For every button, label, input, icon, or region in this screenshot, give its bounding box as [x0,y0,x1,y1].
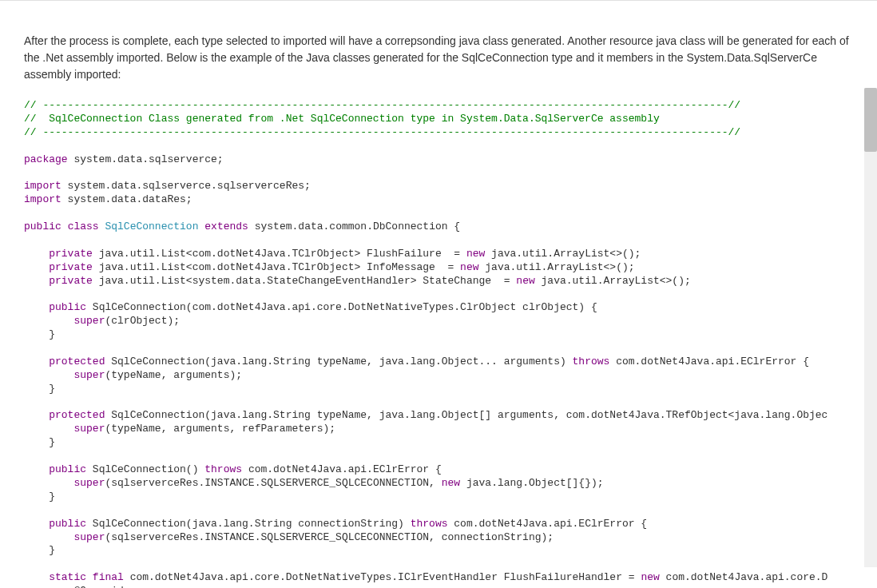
code-text: java.util.ArrayList<>(); [479,261,635,273]
kw-new: new [516,275,534,287]
code-text: system.data.dataRes; [62,193,192,205]
class-name: SqlCeConnection [105,220,198,232]
code-block: // -------------------------------------… [8,99,869,588]
comment-line: // -------------------------------------… [24,126,740,138]
code-text: java.util.ArrayList<>(); [485,248,641,260]
kw-extends: extends [204,220,248,232]
code-text: (typeName, arguments); [105,369,242,381]
kw-public: public [49,301,86,313]
code-text: SqlCeConnection() [86,463,204,475]
vertical-scrollbar[interactable] [864,88,877,567]
kw-new: new [460,261,478,273]
kw-protected: protected [49,409,105,421]
code-text: com.dotNet4Java.api.EClrError { [609,356,809,368]
kw-import: import [24,193,62,205]
kw-throws: throws [573,356,610,368]
kw-import: import [24,180,62,192]
comment-line: // SqlCeConnection Class generated from … [24,113,660,125]
kw-static: static [49,571,86,583]
kw-super: super [73,315,105,327]
code-text: java.util.ArrayList<>(); [535,275,691,287]
code-text: (typeName, arguments, refParameters); [105,423,335,435]
code-text: system.data.sqlserverce.sqlserverceRes; [62,180,311,192]
code-text: (clrObject); [105,315,180,327]
code-text: system.data.sqlserverce; [68,153,224,165]
code-text: com.dotNet4Java.api.core.DotNetNativeTyp… [124,571,641,583]
code-text: } [49,491,55,503]
code-text: } [49,383,55,395]
kw-super: super [73,477,105,489]
kw-new: new [442,477,460,489]
intro-paragraph: After the process is complete, each type… [0,9,877,99]
comment-line: // -------------------------------------… [24,99,740,111]
code-text: (sqlserverceRes.INSTANCE.SQLSERVERCE_SQL… [105,531,554,543]
code-text: java.util.List<com.dotNet4Java.TClrObjec… [93,248,466,260]
code-text: com.dotNet4Java.api.EClrError { [242,463,442,475]
kw-public: public [49,518,86,530]
code-text: @Override [24,585,130,588]
code-text: java.lang.Object[]{}); [460,477,603,489]
kw-public: public [49,463,86,475]
code-text: java.util.List<system.data.StateChangeEv… [93,275,517,287]
kw-throws: throws [204,463,242,475]
kw-class: class [68,220,99,232]
kw-private: private [49,275,93,287]
kw-new: new [641,571,659,583]
code-text: SqlCeConnection(com.dotNet4Java.api.core… [86,301,597,313]
kw-protected: protected [49,356,105,368]
kw-private: private [49,248,93,260]
kw-new: new [466,248,485,260]
code-text: } [49,328,55,340]
kw-private: private [49,261,93,273]
code-text: SqlCeConnection(java.lang.String connect… [86,518,411,530]
code-text: } [49,544,55,556]
code-text: com.dotNet4Java.api.core.D [660,571,828,583]
kw-final: final [93,571,124,583]
code-text: SqlCeConnection(java.lang.String typeNam… [105,356,572,368]
kw-super: super [73,423,105,435]
kw-throws: throws [411,518,448,530]
code-text: com.dotNet4Java.api.EClrError { [448,518,648,530]
code-text: } [49,436,55,448]
kw-public: public [24,220,62,232]
scrollbar-thumb[interactable] [864,88,877,152]
kw-package: package [24,153,68,165]
superclass: system.data.common.DbConnection [255,220,448,232]
code-text: SqlCeConnection(java.lang.String typeNam… [105,409,827,421]
kw-super: super [73,369,105,381]
code-text: java.util.List<com.dotNet4Java.TClrObjec… [93,261,460,273]
code-text: (sqlserverceRes.INSTANCE.SQLSERVERCE_SQL… [105,477,441,489]
kw-super: super [73,531,105,543]
